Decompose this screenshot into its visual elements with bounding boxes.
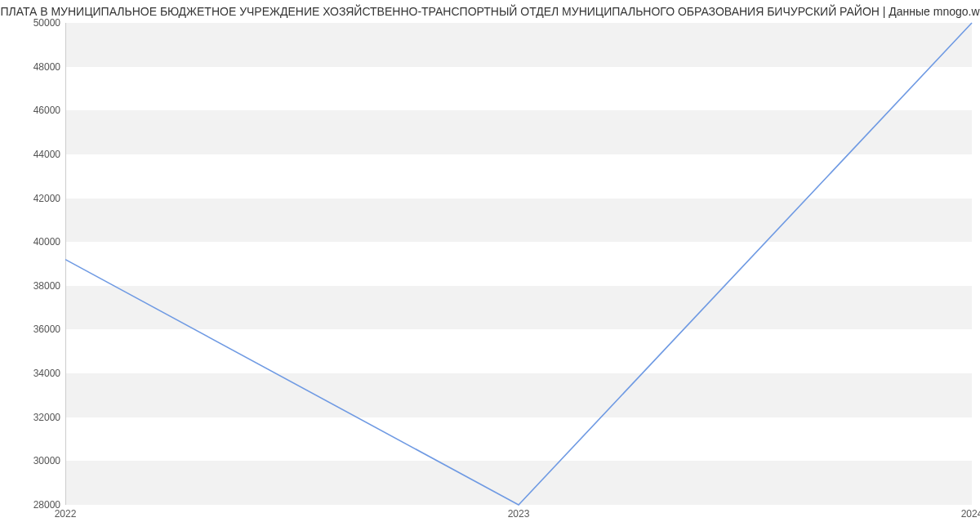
y-tick-label: 32000 [3,412,60,423]
line-layer [65,23,972,505]
y-tick-label: 46000 [3,105,60,116]
y-tick-label: 40000 [3,236,60,248]
y-tick-label: 38000 [3,280,60,292]
y-tick-label: 44000 [3,149,60,160]
y-tick-label: 28000 [3,499,60,511]
chart-title: ПЛАТА В МУНИЦИПАЛЬНОЕ БЮДЖЕТНОЕ УЧРЕЖДЕН… [0,5,980,18]
y-tick-label: 34000 [3,368,60,379]
y-tick-label: 48000 [3,61,60,73]
y-tick-label: 30000 [3,455,60,466]
y-tick-label: 50000 [3,17,60,29]
x-tick-label: 2024 [961,508,980,520]
x-tick-label: 2023 [508,508,530,520]
series-line [65,23,972,505]
y-tick-label: 36000 [3,324,60,335]
plot-area [65,23,972,505]
x-tick-label: 2022 [55,508,77,520]
y-tick-label: 42000 [3,193,60,204]
